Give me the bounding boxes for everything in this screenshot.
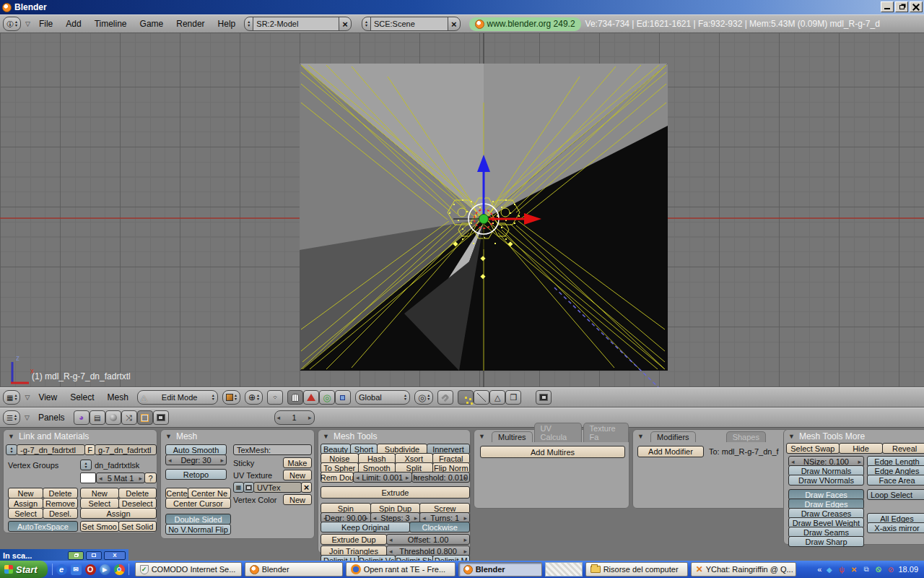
taskbar-deskband[interactable] [545, 562, 583, 577]
face-select-button[interactable]: △ [489, 390, 505, 405]
offset-field[interactable]: Offset: 1.00 [386, 534, 470, 545]
tab-shapes[interactable]: Shapes [726, 431, 766, 442]
panel-title[interactable]: Mesh Tools [334, 431, 377, 441]
collapse-triangle-icon[interactable]: ▽ [25, 414, 30, 421]
window-type-button[interactable]: 🛈 [3, 17, 21, 31]
snap-button[interactable] [437, 390, 453, 405]
uvtex-grid-button[interactable]: ▦ [233, 482, 244, 493]
pivot-dropdown[interactable]: ⊕ [245, 390, 263, 405]
collapse-triangle-icon[interactable]: ▽ [25, 394, 30, 401]
extrude-button[interactable]: Extrude [321, 486, 470, 499]
vgroup-deselect-button[interactable]: Desel. [43, 508, 78, 519]
menu-file[interactable]: File [35, 19, 57, 29]
set-solid-button[interactable]: Set Solid [118, 521, 157, 532]
scene-name-field[interactable]: SCE:Scene [370, 17, 448, 31]
keep-original-toggle[interactable]: Keep Original [321, 522, 410, 532]
task-blender-1[interactable]: Blender [245, 562, 343, 577]
menu-select[interactable]: Select [66, 392, 98, 402]
sticky-make-button[interactable]: Make [283, 457, 312, 468]
centre-cursor-button[interactable]: Center Cursor [165, 498, 231, 509]
ychat-tray-icon[interactable]: ✕ [849, 565, 858, 574]
collapse-triangle-icon[interactable]: ▼ [165, 433, 172, 440]
task-ychat[interactable]: ✕YChat: Raingriffin @ Q... [691, 562, 796, 577]
material-index-field[interactable]: 5 Mat 1 [96, 473, 145, 483]
autotexspace-toggle[interactable]: AutoTexSpace [8, 521, 78, 532]
no-vnormal-flip-toggle[interactable]: No V.Normal Flip [165, 524, 231, 535]
x-axis-mirror-toggle[interactable]: X-axis mirror [867, 522, 924, 533]
scene-delete-button[interactable] [448, 17, 461, 31]
uv-texture-new-button[interactable]: New [283, 470, 312, 480]
scene-context-button[interactable] [153, 410, 169, 425]
vgroup-assign-button[interactable]: Assign [8, 498, 43, 509]
rem-doubles-button[interactable]: Rem Dou [321, 472, 354, 483]
blender-org-link[interactable]: www.blender.org 249.2 [469, 17, 581, 31]
collapse-triangle-icon[interactable]: ▼ [479, 433, 485, 440]
minimize-button[interactable] [881, 1, 894, 12]
editing-context-button[interactable] [137, 410, 153, 425]
tab-modifiers[interactable]: Modifiers [650, 431, 696, 442]
material-assign-button[interactable]: Assign [80, 508, 157, 519]
vgroup-delete-button[interactable]: Delete [43, 488, 78, 499]
retopo-toggle[interactable]: Retopo [165, 469, 227, 480]
reveal-button[interactable]: Reveal [882, 443, 924, 454]
menu-add[interactable]: Add [61, 19, 85, 29]
collapse-triangle-icon[interactable]: ▼ [637, 433, 644, 440]
screen-delete-button[interactable] [339, 17, 352, 31]
fake-user-button[interactable]: F [84, 444, 95, 455]
task-my-computer[interactable]: Risorse del computer [585, 562, 688, 577]
manipulator-combo-button[interactable]: ⁘ [267, 390, 283, 405]
manipulator-toggle-button[interactable] [287, 390, 303, 405]
object-context-button[interactable]: ⤨ [121, 410, 137, 425]
material-color-swatch[interactable] [80, 473, 96, 483]
opera-icon[interactable]: O [85, 564, 96, 575]
menu-view[interactable]: View [34, 392, 61, 402]
translate-button[interactable] [303, 390, 319, 405]
comodo-tray-icon[interactable]: 🛇 [873, 565, 883, 574]
add-multires-button[interactable]: Add Multires [480, 446, 625, 458]
internet-explorer-icon[interactable]: e [56, 564, 67, 575]
restore-button[interactable] [68, 551, 84, 560]
material-new-button[interactable]: New [80, 488, 119, 499]
auto-smooth-toggle[interactable]: Auto Smooth [165, 444, 227, 455]
task-firefox[interactable]: Open rant at TE - Fre... [346, 562, 456, 577]
close-button[interactable] [910, 1, 923, 12]
task-blender-2[interactable]: Blender [458, 562, 542, 577]
shading-context-button[interactable] [105, 410, 121, 425]
render-preview-button[interactable] [536, 390, 552, 405]
clockwise-toggle[interactable]: Clockwise [409, 522, 470, 532]
centre-button[interactable]: Cente [165, 488, 188, 499]
collapse-triangle-icon[interactable]: ▼ [8, 433, 14, 440]
vgroup-new-button[interactable]: New [8, 488, 43, 499]
screen-name-field[interactable]: SR:2-Model [253, 17, 339, 31]
menu-help[interactable]: Help [214, 19, 240, 29]
threshold-field[interactable]: hreshold: 0.010 [411, 472, 471, 483]
logic-context-button[interactable]: ◕ [74, 410, 90, 425]
clock[interactable]: 18.09 [898, 565, 918, 574]
double-sided-toggle[interactable]: Double Sided [165, 514, 231, 525]
mail-icon[interactable]: ✉ [71, 564, 82, 575]
add-modifier-button[interactable]: Add Modifier [637, 446, 704, 457]
centre-new-button[interactable]: Center Ne [188, 488, 231, 499]
blocked-tray-icon[interactable]: ⊘ [886, 565, 895, 574]
scale-button[interactable] [335, 390, 351, 405]
editor-type-button[interactable]: ▦ [3, 390, 20, 405]
mesh-browse-button[interactable] [6, 444, 17, 455]
uvtex-name-field[interactable]: UVTex [253, 482, 302, 493]
panel-title[interactable]: Mesh Tools More [799, 431, 865, 441]
edge-select-button[interactable] [474, 390, 489, 405]
start-button[interactable]: Start [0, 561, 48, 578]
mode-dropdown[interactable]: △ Edit Mode [137, 390, 218, 405]
collapse-triangle-icon[interactable]: ▼ [323, 433, 329, 440]
texmesh-field[interactable]: TexMesh: [233, 444, 312, 455]
menu-timeline[interactable]: Timeline [90, 19, 131, 29]
collapse-triangle-icon[interactable]: ▽ [25, 20, 30, 27]
script-context-button[interactable]: ▤ [90, 410, 105, 425]
tab-texture-face[interactable]: Texture Fa [583, 423, 629, 442]
restore-button[interactable] [895, 1, 908, 12]
menu-mesh[interactable]: Mesh [103, 392, 133, 402]
vgroup-browse-button[interactable] [80, 460, 92, 470]
chrome-icon[interactable] [114, 564, 125, 575]
select-swap-button[interactable]: Select Swap [786, 443, 840, 454]
occlude-button[interactable]: ❒ [505, 390, 521, 405]
network-tray-icon[interactable]: ⧉ [861, 565, 871, 574]
